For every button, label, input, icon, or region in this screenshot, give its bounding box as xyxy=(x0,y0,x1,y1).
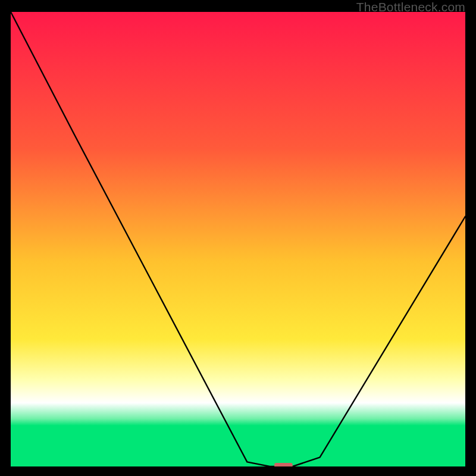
chart-frame: TheBottleneck.com xyxy=(0,0,476,476)
plot-area xyxy=(11,12,465,466)
optimal-marker xyxy=(274,463,293,466)
chart-svg xyxy=(11,12,465,466)
bottleneck-curve xyxy=(11,12,465,466)
